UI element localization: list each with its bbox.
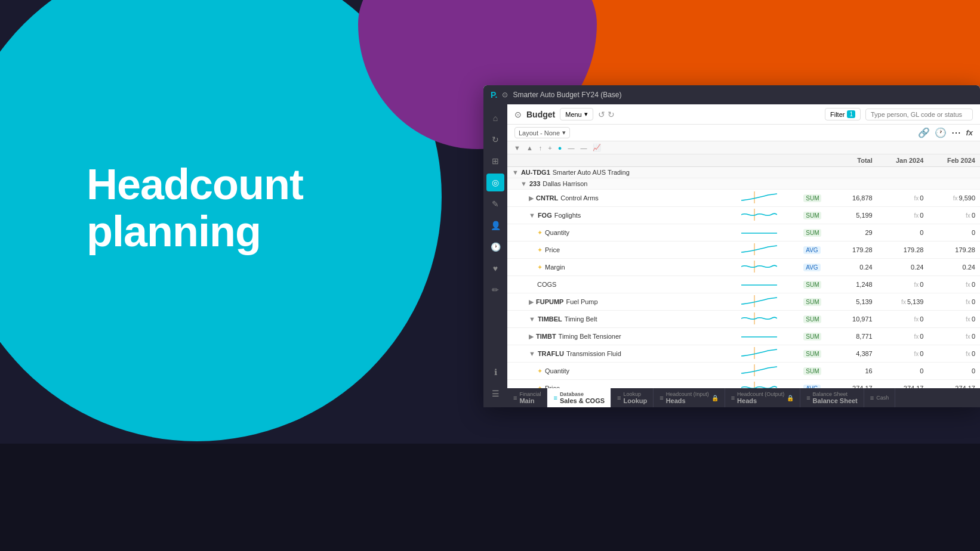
menu-button[interactable]: Menu ▾ bbox=[560, 108, 593, 120]
sidebar-home-icon[interactable]: ⌂ bbox=[486, 109, 504, 127]
fx-label: fx bbox=[966, 128, 973, 137]
table-row: ✦PriceAVG274.17274.17274.17 bbox=[507, 380, 980, 389]
cell-agg: SUM bbox=[799, 293, 836, 311]
col-header-sparkline bbox=[736, 154, 799, 167]
cell-feb bbox=[928, 178, 980, 190]
menu-chevron-icon: ▾ bbox=[584, 110, 588, 118]
col-dash2-icon[interactable]: — bbox=[578, 143, 588, 153]
sidebar-info-icon[interactable]: ℹ bbox=[486, 363, 504, 381]
search-input[interactable] bbox=[865, 109, 973, 120]
row-name: Quantity bbox=[545, 229, 569, 236]
table-row: ✦PriceAVG179.28179.28179.28 bbox=[507, 242, 980, 259]
cell-feb: 0 bbox=[928, 363, 980, 380]
cell-agg bbox=[799, 167, 836, 178]
expand-icon[interactable]: ▼ bbox=[529, 212, 535, 219]
cell-jan: 0 bbox=[877, 224, 929, 242]
sidebar-history-icon[interactable]: 🕐 bbox=[486, 238, 504, 256]
filter-count: 1 bbox=[847, 110, 855, 118]
col-dash-icon[interactable]: — bbox=[566, 143, 576, 153]
agg-badge: AVG bbox=[803, 385, 820, 388]
tab-icon: ≡ bbox=[660, 394, 663, 401]
tab-sub: Lookup bbox=[624, 397, 648, 404]
tab-heads[interactable]: ≡Headcount (Input)Heads🔒 bbox=[654, 388, 725, 407]
hero-text: Headcount planning bbox=[87, 161, 303, 255]
more-icon: ⋯ bbox=[951, 127, 961, 138]
cell-feb: 274.17 bbox=[928, 380, 980, 389]
cell-jan bbox=[877, 178, 929, 190]
fx-label-feb: fx bbox=[966, 351, 970, 357]
tab-icon: ≡ bbox=[553, 394, 557, 401]
row-code: FOG bbox=[538, 212, 552, 219]
layout-select[interactable]: Layout - None ▾ bbox=[514, 127, 570, 138]
tab-main[interactable]: ≡FinancialMain bbox=[507, 388, 547, 407]
data-table: Total Jan 2024 Feb 2024 ▼AU-TDG1Smarter … bbox=[507, 154, 980, 388]
fx-label-jan: fx bbox=[914, 333, 919, 340]
cell-sparkline bbox=[736, 293, 799, 311]
cell-total: 1,248 bbox=[837, 276, 877, 293]
row-name: Smarter Auto AUS Trading bbox=[553, 169, 630, 176]
fx-label-feb: fx bbox=[966, 299, 970, 305]
expand-icon[interactable]: ▼ bbox=[529, 350, 535, 357]
cell-feb: fx0 bbox=[928, 345, 980, 363]
menu-label: Menu bbox=[565, 111, 582, 118]
tab-sales-&-cogs[interactable]: ≡DatabaseSales & COGS bbox=[547, 388, 611, 407]
col-header-feb: Feb 2024 bbox=[928, 154, 980, 167]
sidebar-user-icon[interactable]: 👤 bbox=[486, 216, 504, 234]
tab-sub: Balance Sheet bbox=[813, 397, 858, 404]
tab-sub: Heads bbox=[737, 397, 757, 404]
tab-lookup[interactable]: ≡LookupLookup bbox=[611, 388, 654, 407]
lock-icon: 🔒 bbox=[787, 395, 794, 401]
filter-button[interactable]: Filter 1 bbox=[825, 108, 861, 120]
expand-icon[interactable]: ▼ bbox=[520, 180, 527, 187]
tab-sub: Sales & COGS bbox=[560, 397, 605, 404]
sidebar-active-icon[interactable]: ◎ bbox=[486, 174, 504, 191]
col-arrow-icon[interactable]: ↑ bbox=[537, 143, 544, 153]
cell-agg: SUM bbox=[799, 276, 836, 293]
star-icon: ✦ bbox=[537, 264, 543, 271]
tab-balance-sheet[interactable]: ≡Balance SheetBalance Sheet bbox=[800, 388, 864, 407]
expand-icon[interactable]: ▼ bbox=[512, 169, 519, 176]
expand-icon[interactable]: ▶ bbox=[529, 333, 534, 340]
row-code: TRAFLU bbox=[538, 350, 564, 357]
expand-icon[interactable]: ▶ bbox=[529, 298, 534, 305]
tab-6[interactable]: ≡Cash bbox=[864, 388, 895, 407]
tab-main: Lookup bbox=[624, 391, 648, 397]
expand-icon[interactable]: ▼ bbox=[529, 315, 535, 323]
agg-badge: SUM bbox=[803, 281, 821, 289]
sidebar-palette-icon[interactable]: ✎ bbox=[486, 195, 504, 213]
undo-icon[interactable]: ↺ bbox=[598, 110, 605, 119]
col-expand-icon[interactable]: ▼ bbox=[512, 143, 522, 153]
col-dot-icon[interactable]: ● bbox=[556, 143, 564, 153]
cell-total: 274.17 bbox=[837, 380, 877, 389]
sidebar-edit-icon[interactable]: ✏ bbox=[486, 281, 504, 299]
col-chart-icon[interactable]: 📈 bbox=[591, 143, 603, 153]
sidebar-refresh-icon[interactable]: ↻ bbox=[486, 131, 504, 148]
table-row: ▼AU-TDG1Smarter Auto AUS Trading bbox=[507, 167, 980, 178]
agg-badge: SUM bbox=[803, 315, 821, 323]
hero-line2: planning bbox=[87, 208, 303, 255]
cell-agg: SUM bbox=[799, 328, 836, 345]
col-plus-icon[interactable]: + bbox=[546, 143, 553, 153]
sidebar-list-icon[interactable]: ☰ bbox=[486, 385, 504, 403]
sidebar-grid-icon[interactable]: ⊞ bbox=[486, 152, 504, 170]
sidebar-favorites-icon[interactable]: ♥ bbox=[486, 259, 504, 277]
cell-total: 5,139 bbox=[837, 293, 877, 311]
table-row: ✦QuantitySUM2900 bbox=[507, 224, 980, 242]
col-collapse-icon[interactable]: ▲ bbox=[525, 143, 535, 153]
cell-sparkline bbox=[736, 190, 799, 207]
cell-agg: SUM bbox=[799, 224, 836, 242]
star-icon: ✦ bbox=[537, 246, 543, 253]
redo-icon[interactable]: ↻ bbox=[608, 110, 615, 119]
row-code: 233 bbox=[529, 180, 540, 187]
layout-chevron-icon: ▾ bbox=[562, 129, 566, 137]
filter-label: Filter bbox=[830, 111, 845, 118]
expand-icon[interactable]: ▶ bbox=[529, 194, 534, 202]
col-header-label bbox=[507, 154, 736, 167]
header: ⊙ Budget Menu ▾ ↺ ↻ Filter 1 bbox=[507, 104, 980, 125]
cell-sparkline bbox=[736, 380, 799, 389]
hero-line1: Headcount bbox=[87, 161, 303, 208]
star-icon: ✦ bbox=[537, 229, 543, 236]
agg-badge: SUM bbox=[803, 212, 821, 219]
tab-heads[interactable]: ≡Headcount (Output)Heads🔒 bbox=[725, 388, 800, 407]
fx-icon: 🔗 bbox=[918, 127, 930, 138]
